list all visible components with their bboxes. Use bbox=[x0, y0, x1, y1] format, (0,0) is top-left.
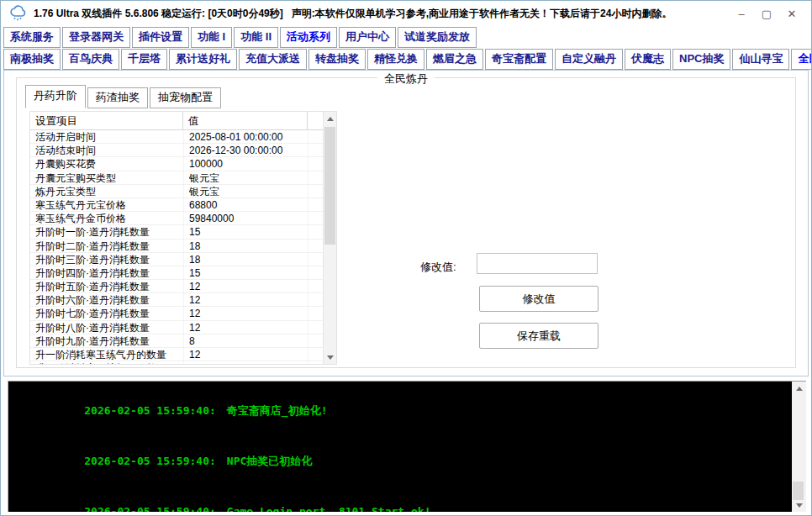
console-scrollbar-thumb[interactable] bbox=[793, 482, 804, 500]
setting-item-cell: 升二阶消耗寒玉练气丹的数量 bbox=[30, 361, 183, 364]
activity-tab-label: 百鸟庆典 bbox=[69, 52, 113, 65]
activity-tab[interactable]: 伏魔志 bbox=[625, 49, 671, 70]
activity-tab[interactable]: 仙山寻宝 bbox=[732, 49, 789, 70]
table-row[interactable]: 寒玉练气丹金币价格 59840000 bbox=[30, 212, 323, 225]
setting-item-cell: 升阶时五阶·道丹消耗数量 bbox=[30, 280, 183, 292]
table-row[interactable]: 炼丹元宝类型 银元宝 bbox=[30, 185, 323, 198]
activity-tab-label: 仙山寻宝 bbox=[739, 52, 783, 65]
table-row[interactable]: 寒玉练气丹元宝价格 68800 bbox=[30, 198, 323, 212]
activity-tab[interactable]: 全民炼丹 bbox=[791, 49, 812, 70]
setting-value-cell bbox=[183, 361, 308, 364]
activity-tab[interactable]: 南极抽奖 bbox=[3, 49, 61, 70]
setting-item-cell: 活动结束时间 bbox=[30, 144, 183, 156]
menu-tab-label: 系统服务 bbox=[10, 30, 54, 43]
table-row[interactable]: 丹囊购买花费 100000 bbox=[30, 157, 323, 171]
activity-tab[interactable]: 精怪兑换 bbox=[367, 49, 424, 70]
menu-tab[interactable]: 试道奖励发放 bbox=[398, 27, 477, 48]
modify-value-input[interactable] bbox=[477, 253, 598, 274]
tab-page: 全民炼丹 丹药升阶 药渣抽奖 抽宠物配置 设置项目 值 bbox=[3, 70, 809, 376]
setting-item-cell: 升阶时三阶·道丹消耗数量 bbox=[30, 253, 183, 266]
table-scrollbar[interactable] bbox=[323, 112, 336, 364]
table-row[interactable]: 活动开启时间 2025-08-01 00:00:00 bbox=[30, 130, 323, 144]
inner-tab[interactable]: 药渣抽奖 bbox=[87, 87, 148, 108]
table-row[interactable]: 升一阶消耗寒玉练气丹的数量 12 bbox=[30, 348, 323, 361]
console-message: 奇宝斋商店_初始化! bbox=[227, 404, 328, 417]
setting-value-cell: 59840000 bbox=[183, 212, 308, 224]
row-spacer-cell bbox=[308, 253, 323, 266]
activity-tab[interactable]: 奇宝斋配置 bbox=[485, 49, 553, 70]
row-spacer-cell bbox=[308, 171, 323, 184]
setting-item-cell: 丹囊元宝购买类型 bbox=[30, 171, 183, 184]
app-window: 1.76 Ultra 双线插件 5.6.806 稳定运行: [0天0时0分49秒… bbox=[0, 0, 812, 516]
inner-tab[interactable]: 丹药升阶 bbox=[25, 85, 86, 108]
activity-tab[interactable]: NPC抽奖 bbox=[672, 49, 730, 70]
setting-value-cell: 68800 bbox=[183, 198, 308, 211]
table-row[interactable]: 升阶时一阶·道丹消耗数量 15 bbox=[30, 225, 323, 239]
modify-value-label: 修改值: bbox=[420, 260, 456, 275]
console-message: NPC抽奖已初始化 bbox=[227, 455, 312, 467]
menu-tab[interactable]: 功能 II bbox=[234, 27, 278, 48]
scrollbar-thumb[interactable] bbox=[324, 127, 335, 245]
setting-item-cell: 升一阶消耗寒玉练气丹的数量 bbox=[30, 348, 183, 361]
console-log: 2026-02-05 15:59:40:奇宝斋商店_初始化! 2026-02-0… bbox=[8, 381, 806, 512]
activity-tab[interactable]: 充值大派送 bbox=[239, 49, 307, 70]
table-row[interactable]: 升二阶消耗寒玉练气丹的数量 bbox=[30, 361, 323, 364]
console-timestamp: 2026-02-05 15:59:40: bbox=[84, 404, 216, 417]
activity-tab[interactable]: 累计送好礼 bbox=[169, 49, 237, 70]
menu-tab[interactable]: 用户中心 bbox=[339, 27, 396, 48]
table-body: 活动开启时间 2025-08-01 00:00:00 活动结束时间 2026-1… bbox=[30, 130, 323, 364]
table-row[interactable]: 升阶时五阶·道丹消耗数量 12 bbox=[30, 280, 323, 293]
menu-tab[interactable]: 登录器网关 bbox=[62, 27, 130, 48]
menu-tab[interactable]: 功能 I bbox=[191, 27, 232, 48]
cloud-app-icon bbox=[9, 5, 28, 22]
minimize-button-icon[interactable]: – bbox=[729, 8, 754, 20]
menu-tab-label: 功能 I bbox=[198, 30, 225, 43]
table-row[interactable]: 升阶时九阶·道丹消耗数量 8 bbox=[30, 334, 323, 348]
row-spacer-cell bbox=[308, 198, 323, 211]
scroll-up-icon[interactable] bbox=[324, 112, 336, 125]
setting-value-cell: 18 bbox=[183, 253, 308, 266]
table-row[interactable]: 升阶时四阶·道丹消耗数量 15 bbox=[30, 266, 323, 280]
menu-tab[interactable]: 插件设置 bbox=[132, 27, 189, 48]
console-scroll-down-icon[interactable] bbox=[792, 498, 806, 512]
setting-item-cell: 升阶时四阶·道丹消耗数量 bbox=[30, 266, 183, 279]
column-header-item[interactable]: 设置项目 bbox=[30, 112, 183, 129]
console-timestamp: 2026-02-05 15:59:40: bbox=[84, 505, 216, 512]
close-button-icon[interactable]: ✕ bbox=[779, 8, 804, 20]
table-row[interactable]: 丹囊元宝购买类型 银元宝 bbox=[30, 171, 323, 185]
scroll-down-icon[interactable] bbox=[324, 350, 336, 364]
console-scrollbar[interactable] bbox=[792, 382, 806, 512]
row-spacer-cell bbox=[308, 240, 323, 252]
activity-tab[interactable]: 燃眉之急 bbox=[426, 49, 483, 70]
setting-value-cell: 12 bbox=[183, 307, 308, 319]
activity-tab[interactable]: 千层塔 bbox=[121, 49, 167, 70]
activity-tab[interactable]: 转盘抽奖 bbox=[308, 49, 366, 70]
table-row[interactable]: 升阶时二阶·道丹消耗数量 18 bbox=[30, 240, 323, 253]
table-row[interactable]: 活动结束时间 2026-12-30 00:00:00 bbox=[30, 144, 323, 157]
activity-tab-label: 燃眉之急 bbox=[433, 52, 477, 65]
save-reload-button[interactable]: 保存重载 bbox=[479, 323, 598, 349]
menu-tab[interactable]: 活动系列 bbox=[280, 27, 337, 48]
activity-tab[interactable]: 自定义融丹 bbox=[555, 49, 623, 70]
table-row[interactable]: 升阶时七阶·道丹消耗数量 12 bbox=[30, 307, 323, 320]
setting-value-cell: 8 bbox=[183, 334, 308, 347]
console-scroll-up-icon[interactable] bbox=[792, 382, 806, 395]
table-row[interactable]: 升阶时三阶·道丹消耗数量 18 bbox=[30, 253, 323, 266]
activity-tab-label: 累计送好礼 bbox=[176, 52, 230, 65]
activity-tab-label: NPC抽奖 bbox=[679, 52, 724, 65]
inner-tab[interactable]: 抽宠物配置 bbox=[150, 87, 221, 108]
inner-tabbar: 丹药升阶 药渣抽奖 抽宠物配置 bbox=[25, 85, 223, 108]
setting-value-cell: 2025-08-01 00:00:00 bbox=[183, 130, 308, 143]
settings-table: 设置项目 值 活动开启时间 2025-08-01 00:00:00 活动结束时间… bbox=[29, 111, 337, 365]
setting-item-cell: 升阶时六阶·道丹消耗数量 bbox=[30, 293, 183, 306]
activity-tab[interactable]: 百鸟庆典 bbox=[62, 49, 119, 70]
menu-tab[interactable]: 系统服务 bbox=[3, 27, 61, 48]
setting-value-cell: 100000 bbox=[183, 157, 308, 170]
column-header-value[interactable]: 值 bbox=[183, 112, 308, 129]
activity-tab-label: 伏魔志 bbox=[631, 52, 664, 65]
maximize-button-icon[interactable]: ▢ bbox=[754, 8, 779, 20]
table-row[interactable]: 升阶时八阶·道丹消耗数量 12 bbox=[30, 321, 323, 334]
setting-item-cell: 活动开启时间 bbox=[30, 130, 183, 143]
modify-value-button[interactable]: 修改值 bbox=[479, 286, 598, 312]
table-row[interactable]: 升阶时六阶·道丹消耗数量 12 bbox=[30, 293, 323, 307]
